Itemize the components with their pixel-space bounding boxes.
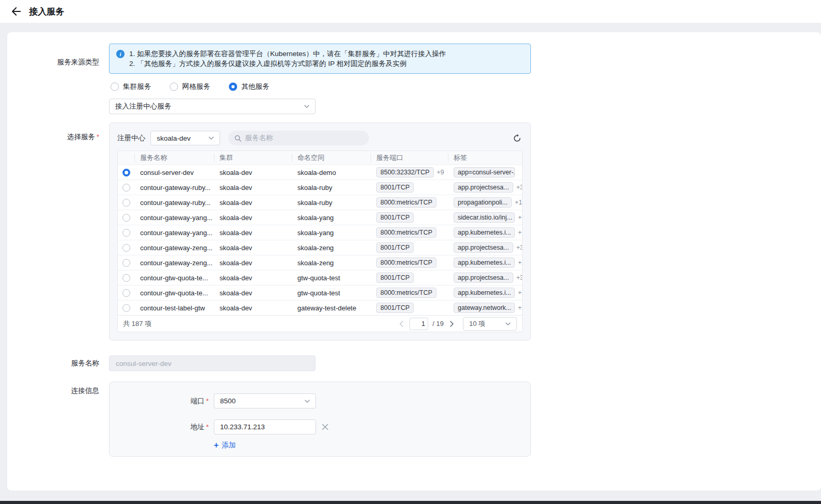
port-extra-count: +9 xyxy=(437,169,444,176)
table-row[interactable]: contour-gateway-ruby... skoala-dev skoal… xyxy=(118,195,522,210)
table-row[interactable]: contour-gtw-quota-te... skoala-dev gtw-q… xyxy=(118,270,522,285)
service-mode-value: 接入注册中心服务 xyxy=(115,102,171,111)
close-icon xyxy=(322,424,329,430)
row-tags: app.projectsesa...+3 xyxy=(448,273,522,283)
port-chip: 8000:metrics/TCP xyxy=(376,288,436,298)
next-page-button[interactable] xyxy=(448,321,456,327)
required-asterisk: * xyxy=(206,397,209,405)
row-cluster: skoala-dev xyxy=(214,199,292,207)
table-footer: 共 187 项 1 / 19 10 项 xyxy=(118,315,522,332)
radio-icon[interactable] xyxy=(122,214,130,222)
tag-chip: app=consul-server-... xyxy=(454,167,515,178)
table-row[interactable]: contour-gateway-yang... skoala-dev skoal… xyxy=(118,210,522,225)
table-row[interactable]: contour-gateway-zeng... skoala-dev skoal… xyxy=(118,255,522,270)
connection-panel: 端口* 8500 地址* 10.233.71.213 xyxy=(109,382,531,457)
row-namespace: skoala-demo xyxy=(292,169,371,176)
select-service-label: 选择服务* xyxy=(7,126,109,340)
row-tags: app.kubernetes.i...+2 xyxy=(448,257,522,268)
radio-icon xyxy=(170,83,178,91)
source-type-option[interactable]: 网格服务 xyxy=(170,82,210,91)
radio-icon xyxy=(111,83,119,91)
panel-toolbar: 注册中心 skoala-dev 服务名称 xyxy=(117,131,523,145)
add-address-button[interactable]: + 添加 xyxy=(214,441,236,450)
port-chip: 8001/TCP xyxy=(376,212,414,223)
tag-extra-count: +2 xyxy=(518,289,522,296)
service-table-body: consul-server-dev skoala-dev skoala-demo… xyxy=(118,165,522,315)
row-port: 8001/TCP xyxy=(371,182,448,193)
row-namespace: skoala-yang xyxy=(292,214,371,222)
address-row: 地址* 10.233.71.213 xyxy=(110,419,530,434)
form-row-service-name: 服务名称 consul-server-dev xyxy=(7,356,821,371)
port-select[interactable]: 8500 xyxy=(214,393,316,408)
table-row[interactable]: consul-server-dev skoala-dev skoala-demo… xyxy=(118,165,522,180)
radio-icon[interactable] xyxy=(122,259,130,267)
port-label: 端口* xyxy=(110,397,214,406)
table-row[interactable]: contour-test-label-gtw skoala-dev gatewa… xyxy=(118,300,522,315)
remove-address-button[interactable] xyxy=(322,424,329,430)
plus-icon: + xyxy=(214,442,218,449)
row-namespace: skoala-zeng xyxy=(292,259,371,267)
radio-icon[interactable] xyxy=(122,289,130,297)
radio-label: 网格服务 xyxy=(182,82,210,91)
form-row-connection: 连接信息 端口* 8500 地址* 10.233.71.213 xyxy=(7,382,821,457)
radio-icon[interactable] xyxy=(122,199,130,207)
table-row[interactable]: contour-gtw-quota-te... skoala-dev gtw-q… xyxy=(118,285,522,300)
prev-page-button[interactable] xyxy=(398,321,405,327)
port-value: 8500 xyxy=(220,397,236,405)
service-select-panel: 注册中心 skoala-dev 服务名称 xyxy=(109,122,531,340)
row-port: 8001/TCP xyxy=(371,303,448,313)
info-icon: i xyxy=(116,50,125,58)
radio-icon[interactable] xyxy=(122,169,130,176)
table-row[interactable]: contour-gateway-yang... skoala-dev skoal… xyxy=(118,225,522,240)
row-tags: app.projectsesa...+3 xyxy=(448,182,522,193)
row-namespace: skoala-ruby xyxy=(292,184,371,192)
row-cluster: skoala-dev xyxy=(214,229,292,237)
info-line: 2. 「其他服务」方式接入的服务仅建议接入虚拟机等方式部署的 IP 相对固定的服… xyxy=(129,59,523,69)
row-tags: gateway.network...+3 xyxy=(448,303,522,313)
row-cluster: skoala-dev xyxy=(214,184,292,192)
source-type-option[interactable]: 集群服务 xyxy=(111,82,151,91)
bottom-strip xyxy=(0,501,821,504)
row-service-name: contour-gtw-quota-te... xyxy=(135,289,214,297)
port-chip: 8000:metrics/TCP xyxy=(376,257,436,268)
row-cluster: skoala-dev xyxy=(214,214,292,222)
radio-icon[interactable] xyxy=(122,274,130,282)
radio-icon[interactable] xyxy=(122,244,130,252)
service-mode-select[interactable]: 接入注册中心服务 xyxy=(109,99,316,114)
source-type-control: i 1. 如果您要接入的服务部署在容器管理平台（Kubernetes）中，请在「… xyxy=(109,44,531,114)
radio-label: 其他服务 xyxy=(241,82,269,91)
row-service-name: consul-server-dev xyxy=(135,169,214,176)
arrow-left-icon xyxy=(11,7,21,16)
tag-chip: app.projectsesa... xyxy=(454,182,513,193)
page-input[interactable]: 1 xyxy=(409,318,428,330)
search-input[interactable]: 服务名称 xyxy=(228,131,369,145)
required-asterisk: * xyxy=(97,133,99,141)
row-service-name: contour-gateway-yang... xyxy=(135,214,214,222)
radio-icon[interactable] xyxy=(122,184,130,192)
address-input[interactable]: 10.233.71.213 xyxy=(214,419,316,434)
row-service-name: contour-gateway-zeng... xyxy=(135,244,214,252)
radio-icon[interactable] xyxy=(122,229,130,237)
row-service-name: contour-gateway-zeng... xyxy=(135,259,214,267)
info-line: 1. 如果您要接入的服务部署在容器管理平台（Kubernetes）中，请在「集群… xyxy=(129,49,523,59)
tag-chip: app.kubernetes.i... xyxy=(454,227,515,238)
source-type-option[interactable]: 其他服务 xyxy=(229,82,269,91)
search-placeholder: 服务名称 xyxy=(245,133,273,143)
refresh-button[interactable] xyxy=(512,133,523,144)
row-tags: app.kubernetes.i...+2 xyxy=(448,288,522,298)
tag-extra-count: +3 xyxy=(518,214,522,221)
back-button[interactable] xyxy=(9,5,23,18)
tag-extra-count: +13 xyxy=(515,199,522,206)
table-row[interactable]: contour-gateway-zeng... skoala-dev skoal… xyxy=(118,240,522,255)
registry-select[interactable]: skoala-dev xyxy=(150,131,220,145)
table-row[interactable]: contour-gateway-ruby... skoala-dev skoal… xyxy=(118,180,522,195)
tag-extra-count: +3 xyxy=(518,304,522,311)
row-tags: sidecar.istio.io/inj...+3 xyxy=(448,212,522,223)
source-type-label: 服务来源类型 xyxy=(7,44,109,114)
form-row-source-type: 服务来源类型 i 1. 如果您要接入的服务部署在容器管理平台（Kubernete… xyxy=(7,44,821,114)
row-tags: propagationpoli...+13 xyxy=(448,197,522,208)
chevron-down-icon xyxy=(505,321,511,326)
tag-chip: app.kubernetes.i... xyxy=(454,288,515,298)
page-size-select[interactable]: 10 项 xyxy=(463,317,517,331)
radio-icon[interactable] xyxy=(122,304,130,312)
